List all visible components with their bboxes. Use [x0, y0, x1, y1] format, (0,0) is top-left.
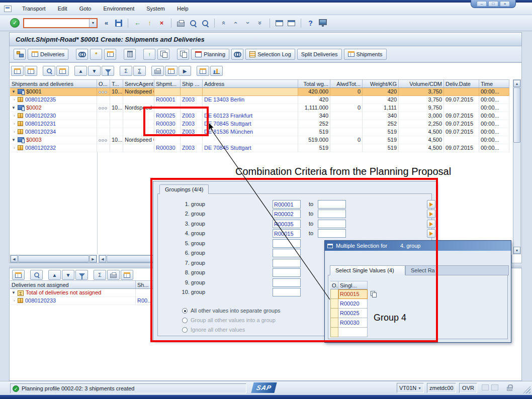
menu-help[interactable]: Help	[173, 5, 192, 13]
table-row-delivery[interactable]: ·0080120230 R00025 Z003 DE 60123 Frankfu…	[10, 112, 512, 120]
tree-pane-divider[interactable]	[97, 152, 98, 254]
exit-icon[interactable]: ↑	[144, 18, 155, 28]
next-page-icon[interactable]: ›	[243, 18, 253, 28]
option-cell[interactable]	[330, 299, 338, 309]
col-header-t[interactable]: T...	[110, 79, 123, 88]
find-icon[interactable]	[188, 18, 198, 28]
bottom-sort-desc-icon[interactable]: ▼	[62, 270, 74, 280]
layout-icon[interactable]	[197, 66, 209, 76]
tree-horizontal-scrollbar[interactable]: ◀ ▶	[10, 255, 97, 263]
multiple-selection-button[interactable]	[427, 210, 435, 218]
table-row-delivery[interactable]: ·0080120232 R00030 Z003 DE 70845 Stuttga…	[10, 144, 512, 152]
scroll-up-icon[interactable]: ▲	[513, 80, 520, 87]
export-icon[interactable]: ▶	[179, 66, 191, 76]
grid-print-icon[interactable]	[151, 66, 164, 76]
close-button[interactable]: ×	[500, 1, 510, 7]
table-row-delivery[interactable]: ·0080120234 R00020 Z003 DE 81536 München…	[10, 128, 512, 136]
group-7-from-input[interactable]	[273, 259, 301, 267]
table-row-delivery[interactable]: ·0080120235 R00001 Z003 DE 13403 Berlin …	[10, 96, 512, 104]
transaction-field[interactable]: VT01N ▼	[397, 383, 424, 393]
bottom-total-icon[interactable]: Σ	[94, 270, 106, 280]
collapse-node-icon[interactable]: ▼	[12, 289, 17, 296]
bottom-find-icon[interactable]	[30, 270, 43, 280]
filter-icon[interactable]	[102, 66, 114, 76]
previous-page-icon[interactable]: ‹	[231, 18, 241, 28]
menu-system[interactable]: System	[143, 5, 168, 13]
value-row[interactable]: R00020	[330, 299, 368, 309]
delete-icon[interactable]	[124, 49, 136, 60]
table-row-delivery[interactable]: ·0080120231 R00030 Z003 DE 70845 Stuttga…	[10, 120, 512, 128]
copy-value-icon[interactable]	[371, 291, 377, 297]
col-header-o[interactable]: O...	[97, 79, 110, 88]
option-cell[interactable]	[330, 318, 338, 328]
value-cell[interactable]	[338, 328, 368, 337]
scroll-left-icon[interactable]: ◀	[99, 255, 106, 262]
group-3-from-input[interactable]	[273, 220, 301, 228]
multiple-selection-button[interactable]	[427, 200, 435, 209]
value-row[interactable]: R00025	[330, 309, 368, 318]
group-9-from-input[interactable]	[273, 278, 301, 287]
graphic-icon[interactable]	[210, 66, 223, 76]
last-page-icon[interactable]: »	[255, 18, 265, 28]
move-up-icon[interactable]: ↑	[143, 49, 155, 60]
link-icon[interactable]	[231, 49, 243, 60]
tab-select-ranges[interactable]: Select Ra	[405, 265, 509, 275]
value-row-empty[interactable]	[330, 328, 368, 337]
scroll-down-icon[interactable]: ▼	[513, 247, 520, 254]
split-deliveries-button[interactable]: Split Deliveries	[297, 49, 342, 60]
scrollbar-thumb[interactable]	[18, 255, 89, 262]
planning-button[interactable]: Planning	[191, 49, 229, 60]
multiple-selection-button[interactable]	[427, 220, 435, 228]
bottom-print-icon[interactable]	[107, 270, 120, 280]
collapse-node-icon[interactable]: ▼	[12, 88, 17, 95]
groupings-tab[interactable]: Groupings (4/4)	[159, 184, 209, 194]
group-4-to-input[interactable]	[318, 229, 346, 238]
status-message-field[interactable]: ✓ Planning profile 0002-02: 3 shipments …	[10, 383, 246, 393]
views-icon[interactable]	[165, 66, 178, 76]
col-header-weight[interactable]: Weight/KG	[363, 79, 399, 88]
command-field[interactable]	[24, 20, 89, 27]
group-3-to-input[interactable]	[318, 220, 346, 228]
scrollbar-thumb[interactable]	[513, 87, 520, 143]
collapse-node-icon[interactable]: ▼	[12, 104, 17, 112]
tab-select-single-values[interactable]: Select Single Values (4)	[330, 265, 405, 275]
table-row-shipment-0002[interactable]: ▼$0002 10... Nordspeed GmbH 1,111.000 0 …	[10, 104, 512, 112]
customize-layout-icon[interactable]	[317, 18, 328, 28]
option-cell[interactable]	[330, 309, 338, 318]
value-row[interactable]: R00030	[330, 318, 368, 328]
sort-desc-icon[interactable]: ▼	[88, 66, 101, 76]
menu-environment[interactable]: Environment	[100, 5, 138, 13]
bottom-layout-icon[interactable]	[121, 270, 133, 280]
col-header-totalwg[interactable]: Total wg...	[298, 79, 330, 88]
selection-log-button[interactable]: Selection Log	[245, 49, 295, 60]
compare-icon[interactable]	[157, 49, 169, 60]
group-5-from-input[interactable]	[273, 239, 301, 248]
collapse-node-icon[interactable]: ▼	[12, 136, 17, 144]
multiple-selection-button[interactable]	[427, 229, 435, 238]
radio-group-all-others[interactable]: Group all other values into a group	[182, 316, 276, 324]
group-1-from-input[interactable]	[273, 200, 301, 209]
create-shortcut-icon[interactable]	[286, 18, 297, 28]
group-10-from-input[interactable]	[273, 288, 301, 296]
scroll-right-icon[interactable]: ▶	[90, 255, 97, 262]
group-8-from-input[interactable]	[273, 268, 301, 277]
enter-button[interactable]: ✓	[10, 18, 20, 28]
chevron-down-icon[interactable]: ▼	[418, 386, 421, 390]
system-menu-icon[interactable]	[4, 6, 12, 12]
group-2-from-input[interactable]	[273, 210, 301, 218]
find-deliveries-icon[interactable]	[76, 49, 88, 60]
minimize-button[interactable]: –	[477, 1, 487, 7]
find-next-icon[interactable]	[200, 18, 210, 28]
group-4-from-input[interactable]	[273, 229, 301, 238]
option-cell[interactable]	[330, 328, 338, 337]
bottom-expand-icon[interactable]	[12, 270, 25, 280]
maximize-button[interactable]: □	[488, 1, 498, 7]
col-header-servcagent[interactable]: ServcAgent	[123, 79, 154, 88]
back-icon[interactable]: ←	[132, 18, 143, 28]
command-dropdown-icon[interactable]: ▼	[89, 19, 97, 27]
help-icon[interactable]: ?	[305, 18, 316, 28]
copy-icon[interactable]	[177, 49, 189, 60]
collapse-toolbar-icon[interactable]: «	[101, 18, 112, 28]
subtotal-icon[interactable]: Σ	[133, 66, 146, 76]
insert-mode-field[interactable]: OVR	[459, 383, 477, 393]
